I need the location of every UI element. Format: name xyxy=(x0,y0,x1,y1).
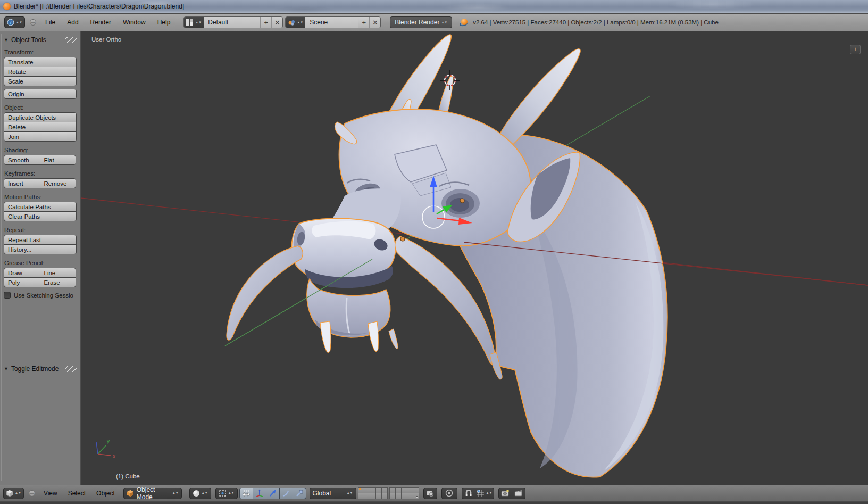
lock-to-scene-button[interactable] xyxy=(423,488,437,499)
add-layout-button[interactable]: + xyxy=(260,17,271,28)
menu-object[interactable]: Object xyxy=(91,490,120,497)
render-engine-dropdown[interactable]: Blender Render ▲▼ xyxy=(390,16,452,28)
menu-help[interactable]: Help xyxy=(152,19,177,26)
object-tools-title: Object Tools xyxy=(11,36,46,44)
screen-layout-name[interactable]: Default xyxy=(204,17,260,28)
grease-line-button[interactable]: Line xyxy=(40,268,77,278)
delete-button[interactable]: Delete xyxy=(4,122,77,132)
manipulator-rotate-button[interactable] xyxy=(266,488,280,499)
menu-add[interactable]: Add xyxy=(61,19,84,26)
orientation-arrows: ▲▼ xyxy=(347,492,353,494)
proportional-edit-icon xyxy=(445,489,453,497)
render-engine-arrows: ▲▼ xyxy=(441,21,447,24)
mode-dropdown[interactable]: Object Mode ▲▼ xyxy=(123,488,182,499)
orientation-label: Global xyxy=(313,490,345,497)
layers-group-1[interactable] xyxy=(358,488,388,499)
viewport-editor-type-selector[interactable]: ▲▼ xyxy=(3,488,24,499)
scene-browse-button[interactable]: ▲▼ xyxy=(286,17,305,28)
motion-paths-label: Motion Paths: xyxy=(4,194,76,200)
layer-20[interactable] xyxy=(413,493,419,499)
manipulator-translate-button[interactable] xyxy=(253,488,266,499)
window-titlebar[interactable]: Blender* [F:\Blender Files\Characters\Dr… xyxy=(0,0,868,13)
snap-element-dropdown[interactable]: ▲▼ xyxy=(475,488,494,499)
grease-erase-button[interactable]: Erase xyxy=(40,277,77,287)
screen-layout-widget: ▲▼ Default + ✕ xyxy=(183,16,283,28)
menu-view[interactable]: View xyxy=(38,490,63,497)
menu-file[interactable]: File xyxy=(39,19,61,26)
duplicate-objects-button[interactable]: Duplicate Objects xyxy=(4,112,77,122)
scale-button[interactable]: Scale xyxy=(4,76,77,86)
shading-label: Shading: xyxy=(4,147,76,153)
keyframes-label: Keyframes: xyxy=(4,170,76,177)
clear-paths-button[interactable]: Clear Paths xyxy=(4,211,77,221)
mode-arrows: ▲▼ xyxy=(172,492,179,494)
blender-logo xyxy=(460,18,469,27)
menu-window[interactable]: Window xyxy=(117,19,152,26)
pivot-arrows: ▲▼ xyxy=(228,492,235,494)
scene-name[interactable]: Scene xyxy=(305,17,358,28)
panel-grip-icon xyxy=(65,366,77,372)
rotate-button[interactable]: Rotate xyxy=(4,67,77,77)
pivot-point-dropdown[interactable]: ▲▼ xyxy=(215,488,238,499)
3d-viewport[interactable]: x y User Ortho (1) Cube + xyxy=(81,31,868,485)
fang-right xyxy=(368,321,378,351)
calculate-paths-button[interactable]: Calculate Paths xyxy=(4,202,77,212)
camera-icon xyxy=(501,490,510,497)
whisker-left[interactable] xyxy=(227,246,303,340)
add-scene-button[interactable]: + xyxy=(358,17,369,28)
origin-button[interactable]: Origin xyxy=(4,89,77,99)
view-name-label: User Ortho xyxy=(91,36,121,43)
toggle-editmode-panel-header[interactable]: ▼ Toggle Editmode xyxy=(4,365,77,373)
object-layer-dot xyxy=(416,496,418,498)
panel-grip-icon xyxy=(65,37,77,43)
join-button[interactable]: Join xyxy=(4,131,77,142)
snap-toggle-button[interactable] xyxy=(462,488,475,499)
origin-dot-eye xyxy=(460,199,464,203)
viewport-shading-dropdown[interactable]: ▲▼ xyxy=(189,488,211,499)
screen-layout-browse-button[interactable]: ▲▼ xyxy=(184,17,204,28)
smooth-button[interactable]: Smooth xyxy=(4,155,40,165)
menu-select[interactable]: Select xyxy=(63,490,91,497)
editor-type-selector[interactable]: i ▲▼ xyxy=(4,16,25,28)
properties-region-toggle[interactable]: + xyxy=(850,45,861,54)
dragon-eye-right xyxy=(441,189,480,218)
axis-x-label: x xyxy=(113,453,115,459)
viewport-collapse-menus-button[interactable]: — xyxy=(29,490,35,497)
blender-app-icon xyxy=(3,3,11,10)
scale-manipulator-icon xyxy=(282,489,290,497)
proportional-edit-dropdown[interactable] xyxy=(441,488,457,499)
grease-poly-button[interactable]: Poly xyxy=(4,277,40,287)
menu-render[interactable]: Render xyxy=(85,19,117,26)
insert-keyframe-button[interactable]: Insert xyxy=(4,178,40,188)
manipulator-toggle-button[interactable] xyxy=(239,488,253,499)
screen-layout-arrows: ▲▼ xyxy=(195,21,202,24)
layers-group-2[interactable] xyxy=(390,488,419,499)
object-tools-panel-header[interactable]: ▼ Object Tools xyxy=(4,36,77,44)
grease-draw-button[interactable]: Draw xyxy=(4,268,40,278)
manipulator-extra-button[interactable] xyxy=(293,488,306,499)
tool-shelf: ▼ Object Tools Transform: Translate Rota… xyxy=(0,31,81,485)
dragon-model[interactable] xyxy=(225,35,868,477)
info-editor-icon: i xyxy=(7,19,14,26)
collapse-menus-button[interactable]: — xyxy=(30,19,36,26)
delete-layout-button[interactable]: ✕ xyxy=(271,17,282,28)
tool-shelf-scrollbar[interactable] xyxy=(1,34,2,481)
flat-button[interactable]: Flat xyxy=(40,155,77,165)
render-opengl-still-button[interactable] xyxy=(498,488,512,499)
remove-keyframe-button[interactable]: Remove xyxy=(40,178,77,188)
sketching-session-row: Use Sketching Sessio xyxy=(4,292,77,299)
repeat-last-button[interactable]: Repeat Last xyxy=(4,235,77,245)
translate-button[interactable]: Translate xyxy=(4,57,77,67)
manipulator-scale-button[interactable] xyxy=(279,488,293,499)
render-opengl-anim-button[interactable] xyxy=(512,488,525,499)
layer-15[interactable] xyxy=(381,493,388,499)
snap-arrows: ▲▼ xyxy=(486,492,493,494)
rotate-manipulator-icon xyxy=(269,489,277,497)
transform-orientation-dropdown[interactable]: Global ▲▼ xyxy=(310,488,356,499)
history-button[interactable]: History... xyxy=(4,244,77,254)
main-area: ▼ Object Tools Transform: Translate Rota… xyxy=(0,31,868,485)
delete-scene-button[interactable]: ✕ xyxy=(369,17,380,28)
active-layer-dot xyxy=(359,488,361,490)
solid-shading-sphere-icon xyxy=(193,490,200,497)
sketching-session-checkbox[interactable] xyxy=(4,292,11,299)
